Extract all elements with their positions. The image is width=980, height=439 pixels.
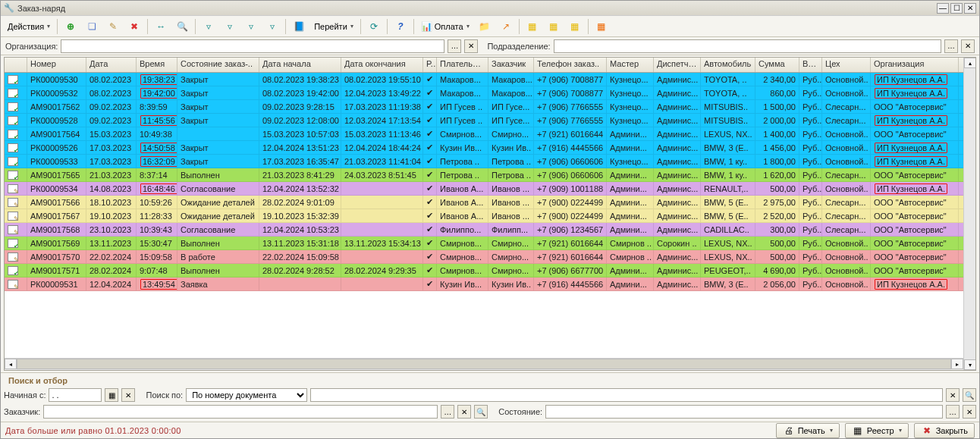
payment-menu[interactable]: 📊Оплата [417,18,473,35]
refresh-arrows-button[interactable]: ↔ [151,18,171,35]
search-run-button[interactable]: 🔍 [963,388,976,402]
doc3-button[interactable]: ▦ [565,18,585,35]
table-row[interactable]: АМ9001757128.02.20249:07:48Выполнен28.02… [5,264,963,278]
table-row[interactable]: РК0000953208.02.202319:42:00Закрыт08.02.… [5,86,963,100]
customer-pick-button[interactable]: … [441,405,454,419]
col-time[interactable]: Время [137,58,177,72]
delete-button[interactable]: ✖ [124,18,144,35]
table-row[interactable]: АМ9001756618.10.202310:59:26Ожидание дет… [5,196,963,209]
cell-dispatcher: Админис... [654,86,701,99]
table-row[interactable]: РК0000953317.03.202316:32:09Закрыт17.03.… [5,155,963,168]
vscroll-track[interactable] [964,68,975,359]
folder-button[interactable]: 📁 [475,18,495,35]
book-button[interactable]: 📘 [289,18,309,35]
col-payer[interactable]: Плательщ... [437,58,488,72]
table-row[interactable]: РК0000952809.02.202311:45:56Закрыт09.02.… [5,114,963,127]
cell-sum: 2 975,00 [755,196,799,209]
table-row[interactable]: АМ9001756521.03.20238:37:14Выполнен21.03… [5,168,963,182]
table-row[interactable]: АМ9001757022.02.202415:09:58В работе22.0… [5,250,963,264]
scroll-left-button[interactable]: ◂ [5,359,17,369]
doc1-button[interactable]: ▦ [523,18,542,35]
scroll-thumb[interactable] [17,359,951,369]
help-button[interactable]: ? [391,18,410,35]
table-row[interactable]: АМ9001756913.11.202315:30:47Выполнен13.1… [5,237,963,250]
table-row[interactable]: РК0000953008.02.202319:38:23Закрыт08.02.… [5,73,963,86]
col-dispatcher[interactable]: Диспетчер [654,58,701,72]
cell-customer: Макаров... [488,73,534,86]
row-icon [5,264,27,277]
cell-org: ООО "Автосервис" [871,168,959,181]
state-clear-button[interactable]: ✕ [963,405,976,419]
row-icon [5,209,27,222]
col-r[interactable]: Р... [423,58,437,72]
filter-b-button[interactable]: ▿ [220,18,240,35]
scroll-up-button[interactable]: ▴ [964,58,975,68]
table-row[interactable]: АМ9001756719.10.202311:28:33Ожидание дет… [5,209,963,223]
col-number[interactable]: Номер [27,58,86,72]
customer-input[interactable] [43,405,438,419]
cell-payer: Смирнов... [437,237,488,249]
add-button[interactable]: ⊕ [61,18,80,35]
find-button[interactable]: 🔍 [172,18,192,35]
scroll-right-button[interactable]: ▸ [951,359,963,369]
col-sum[interactable]: Сумма [755,58,799,72]
go-menu[interactable]: Перейти [310,18,357,35]
col-master[interactable]: Мастер [607,58,654,72]
close-window-button[interactable]: ✕ [964,3,976,14]
actions-menu[interactable]: Действия [4,18,54,35]
col-currency[interactable]: Вал.. [799,58,822,72]
row-icon [5,223,27,236]
col-phone[interactable]: Телефон заказ.. [534,58,607,72]
col-end[interactable]: Дата окончания [341,58,423,72]
col-auto[interactable]: Автомобиль [701,58,755,72]
doc2-button[interactable]: ▦ [544,18,564,35]
customer-clear-button[interactable]: ✕ [457,405,471,419]
close-button[interactable]: ✖Закрыть [914,423,975,438]
search-text-input[interactable] [310,388,943,402]
filter-c-button[interactable]: ▿ [241,18,261,35]
minimize-button[interactable]: — [937,3,949,14]
horizontal-scrollbar[interactable]: ◂ ▸ [5,358,963,370]
searchby-select[interactable]: По номеру документа [186,388,307,402]
table-row[interactable]: РК0000953414.08.202316:48:46Согласование… [5,182,963,196]
dept-input[interactable] [554,39,941,53]
col-customer[interactable]: Заказчик [488,58,534,72]
col-date[interactable]: Дата [86,58,137,72]
cell-currency: Руб.. [799,196,822,209]
table-row[interactable]: АМ9001756415.03.202310:49:3815.03.2023 1… [5,127,963,141]
vertical-scrollbar[interactable]: ▴ ▾ [963,58,975,370]
col-state[interactable]: Состояние заказ-.. [177,58,259,72]
table-row[interactable]: АМ9001756209.02.20238:39:59Закрыт09.02.2… [5,100,963,114]
state-pick-button[interactable]: … [946,405,960,419]
dept-pick-button[interactable]: … [944,39,958,53]
org-clear-button[interactable]: ✕ [464,39,478,53]
dept-clear-button[interactable]: ✕ [961,39,975,53]
registry-button[interactable]: ▦Реестр [845,423,909,438]
col-icon[interactable] [5,58,27,72]
copy-button[interactable]: ❏ [82,18,102,35]
starts-input[interactable] [49,388,102,402]
table-row[interactable]: АМ9001756823.10.202310:39:43Согласование… [5,223,963,237]
col-org[interactable]: Организация [871,58,959,72]
maximize-button[interactable]: ☐ [950,3,963,14]
table-row[interactable]: РК0000953112.04.202413:49:54Заявка✔Кузин… [5,278,963,291]
org-input[interactable] [61,39,444,53]
col-shop[interactable]: Цех [822,58,871,72]
exit-button[interactable]: ▦ [592,18,611,35]
chart-button[interactable]: ↗ [496,18,516,35]
col-start[interactable]: Дата начала [259,58,341,72]
scroll-down-button[interactable]: ▾ [964,359,975,370]
filter-d-button[interactable]: ▿ [262,18,282,35]
state-input[interactable] [545,405,943,419]
starts-cal-button[interactable]: ▦ [105,388,118,402]
org-pick-button[interactable]: … [448,39,461,53]
scroll-track[interactable] [17,359,951,370]
search-clear-button[interactable]: ✕ [946,388,960,402]
print-button[interactable]: 🖨Печать [776,423,840,438]
table-row[interactable]: РК0000952617.03.202314:50:58Закрыт12.04.… [5,141,963,155]
edit-button[interactable]: ✎ [103,18,123,35]
customer-search-button[interactable]: 🔍 [474,405,488,419]
filter-a-button[interactable]: ▿ [199,18,218,35]
refresh-button[interactable]: ⟳ [364,18,384,35]
starts-clear-button[interactable]: ✕ [121,388,135,402]
